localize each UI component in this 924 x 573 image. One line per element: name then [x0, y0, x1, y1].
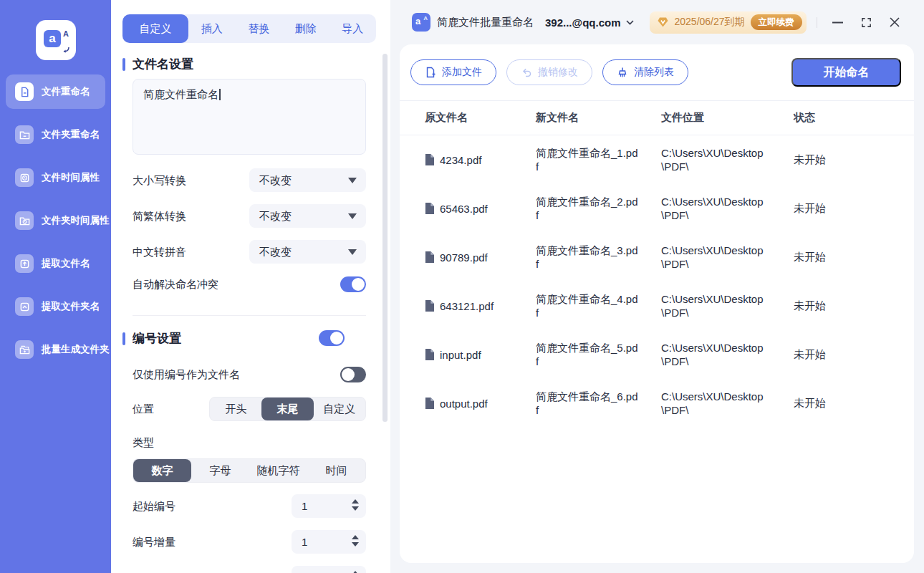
panel-scrollbar-thumb[interactable]: [382, 54, 388, 422]
type-option-letter[interactable]: 字母: [191, 459, 249, 482]
sidebar-item-label: 提取文件名: [42, 257, 90, 270]
status-badge: 未开始: [794, 299, 914, 313]
section-accent-bar: [122, 332, 125, 345]
section-accent-bar: [122, 58, 125, 71]
folder-rename-icon: [15, 125, 34, 144]
tradsimp-convert-select[interactable]: 不改变: [249, 204, 366, 228]
logo-arrow-icon: [62, 47, 70, 53]
stepper-down-icon: [352, 542, 359, 546]
increment-input[interactable]: 1: [292, 530, 366, 554]
start-number-input[interactable]: 1: [292, 494, 366, 518]
close-icon: [890, 17, 900, 27]
app-icon: aA: [412, 13, 430, 32]
maximize-button[interactable]: [861, 17, 872, 28]
numbering-section-header: 编号设置: [122, 330, 181, 347]
sidebar-item-extract-foldername[interactable]: 提取文件夹名: [6, 289, 105, 324]
sidebar-item-label: 批量生成文件夹: [42, 343, 110, 356]
app-logo: a A: [36, 20, 76, 60]
file-time-icon: [15, 168, 34, 187]
sidebar-item-label: 提取文件夹名: [42, 300, 100, 313]
sidebar-item-label: 文件重命名: [42, 85, 90, 98]
increment-stepper[interactable]: [352, 535, 359, 546]
col-header-old-name: 原文件名: [425, 111, 536, 125]
vip-icon: [657, 16, 669, 28]
table-row[interactable]: input.pdf 简鹿文件重命名_5.pdf C:\Users\XU\Desk…: [400, 330, 914, 379]
position-row: 位置 开头 末尾 自定义: [133, 397, 366, 421]
filename-input-value: 简鹿文件重命名: [143, 88, 218, 100]
next-field-partial: [133, 566, 366, 573]
clear-list-button[interactable]: 清除列表: [602, 59, 688, 85]
file-rename-icon: [15, 82, 34, 101]
settings-panel: 自定义 插入 替换 删除 导入 文件名设置 简鹿文件重命名 大小写转换 不改变 …: [111, 0, 390, 573]
sidebar-item-file-time[interactable]: 文件时间属性: [6, 160, 105, 195]
type-option-random[interactable]: 随机字符: [249, 459, 307, 482]
clear-list-icon: [617, 67, 628, 78]
tab-replace[interactable]: 替换: [236, 14, 283, 43]
type-option-number[interactable]: 数字: [133, 459, 191, 482]
start-rename-button[interactable]: 开始命名: [791, 58, 901, 87]
file-icon: [425, 349, 434, 360]
only-number-row: 仅使用编号作为文件名: [133, 367, 366, 382]
table-row[interactable]: output.pdf 简鹿文件重命名_6.pdf C:\Users\XU\Des…: [400, 379, 914, 428]
sidebar-item-file-rename[interactable]: 文件重命名: [6, 74, 105, 109]
status-badge: 未开始: [794, 153, 914, 167]
sidebar-nav: 文件重命名 文件夹重命名 文件时间属性 文件夹时间属性 提取文件名 提取文件夹名…: [6, 74, 105, 375]
sidebar: a A 文件重命名 文件夹重命名 文件时间属性 文件夹时间属性 提取文件名 提取…: [0, 0, 111, 573]
position-label: 位置: [133, 403, 154, 415]
file-icon: [425, 154, 434, 165]
table-row[interactable]: 643121.pdf 简鹿文件重命名_4.pdf C:\Users\XU\Des…: [400, 281, 914, 330]
license-badge: 2025/06/27到期 立即续费: [650, 11, 807, 34]
table-row[interactable]: 90789.pdf 简鹿文件重命名_3.pdf C:\Users\XU\Desk…: [400, 233, 914, 281]
file-icon: [425, 300, 434, 312]
stepper-down-icon: [352, 506, 359, 511]
col-header-status: 状态: [794, 111, 914, 125]
tab-import[interactable]: 导入: [329, 14, 377, 43]
pinyin-convert-select[interactable]: 不改变: [249, 240, 366, 264]
table-row[interactable]: 4234.pdf 简鹿文件重命名_1.pdf C:\Users\XU\Deskt…: [400, 135, 914, 184]
divider: [133, 315, 366, 316]
conflict-row: 自动解决命名冲突: [133, 276, 366, 292]
conflict-toggle[interactable]: [340, 276, 366, 292]
file-list-card: 添加文件 撤销修改 清除列表 开始命名 原文件名 新文件名 文件位置 状态 42…: [400, 44, 914, 563]
sidebar-item-folder-rename[interactable]: 文件夹重命名: [6, 117, 105, 152]
tradsimp-convert-label: 简繁体转换: [133, 210, 186, 222]
file-icon: [425, 251, 434, 263]
position-option-end[interactable]: 末尾: [261, 398, 313, 420]
sidebar-item-label: 文件夹重命名: [42, 128, 100, 141]
undo-button[interactable]: 撤销修改: [506, 59, 592, 85]
filename-input[interactable]: 简鹿文件重命名: [133, 79, 366, 155]
renew-button[interactable]: 立即续费: [751, 14, 802, 30]
section-title: 文件名设置: [133, 56, 193, 72]
tab-bar: 自定义 插入 替换 删除 导入: [122, 14, 376, 43]
table-body: 4234.pdf 简鹿文件重命名_1.pdf C:\Users\XU\Deskt…: [400, 135, 914, 428]
case-convert-select[interactable]: 不改变: [249, 168, 366, 192]
close-button[interactable]: [890, 17, 900, 27]
extract-foldername-icon: [15, 297, 34, 316]
type-option-time[interactable]: 时间: [307, 459, 365, 482]
position-option-custom[interactable]: 自定义: [314, 398, 365, 420]
add-file-icon: [425, 67, 436, 78]
status-badge: 未开始: [794, 348, 914, 362]
tab-delete[interactable]: 删除: [282, 14, 329, 43]
chevron-down-icon: [348, 178, 357, 183]
section-title: 编号设置: [133, 330, 181, 347]
only-number-toggle[interactable]: [340, 367, 366, 382]
numbering-toggle[interactable]: [319, 330, 345, 346]
main-area: aA 简鹿文件批量重命名 392...@qq.com 2025/06/27到期 …: [390, 0, 924, 573]
sidebar-item-batch-create-folder[interactable]: 批量生成文件夹: [6, 332, 105, 367]
sidebar-item-folder-time[interactable]: 文件夹时间属性: [6, 203, 105, 238]
table-row[interactable]: 65463.pdf 简鹿文件重命名_2.pdf C:\Users\XU\Desk…: [400, 184, 914, 233]
partial-number-input[interactable]: [292, 566, 366, 573]
sidebar-item-extract-filename[interactable]: 提取文件名: [6, 246, 105, 281]
start-number-stepper[interactable]: [352, 499, 359, 511]
license-expiry: 2025/06/27到期: [675, 16, 745, 29]
account-dropdown[interactable]: 392...@qq.com: [545, 16, 634, 29]
chevron-down-icon: [348, 249, 357, 255]
position-option-start[interactable]: 开头: [210, 398, 261, 420]
minimize-button[interactable]: [832, 21, 843, 24]
tab-custom[interactable]: 自定义: [122, 14, 188, 43]
titlebar-separator: [817, 17, 817, 28]
add-files-button[interactable]: 添加文件: [410, 59, 496, 85]
table-header: 原文件名 新文件名 文件位置 状态: [400, 100, 914, 135]
tab-insert[interactable]: 插入: [188, 14, 236, 43]
